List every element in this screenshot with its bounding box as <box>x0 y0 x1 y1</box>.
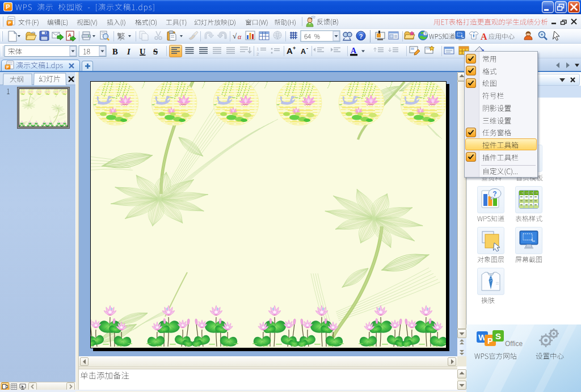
svg-text:?: ? <box>492 190 496 198</box>
svg-text:?: ? <box>424 32 427 36</box>
svg-text:?: ? <box>359 33 363 40</box>
svg-text:A: A <box>301 48 306 56</box>
svg-text:√: √ <box>233 32 237 40</box>
svg-text:U: U <box>140 47 146 56</box>
svg-text:P: P <box>6 65 9 69</box>
svg-text:S: S <box>495 331 501 341</box>
svg-text:2: 2 <box>256 52 259 57</box>
svg-text:A: A <box>287 46 293 56</box>
svg-text:1: 1 <box>256 47 259 52</box>
svg-text:A: A <box>351 47 357 55</box>
svg-text:+: + <box>293 45 296 51</box>
svg-text:S: S <box>153 47 158 56</box>
svg-text:P: P <box>487 336 493 345</box>
svg-text:I: I <box>127 47 131 56</box>
svg-text:P: P <box>8 20 11 26</box>
svg-text:B: B <box>112 47 118 56</box>
svg-text:-: - <box>306 45 308 51</box>
svg-text:A: A <box>481 32 487 41</box>
svg-text:Office: Office <box>505 340 523 348</box>
svg-text:α: α <box>238 33 242 41</box>
svg-text:P: P <box>6 3 10 10</box>
